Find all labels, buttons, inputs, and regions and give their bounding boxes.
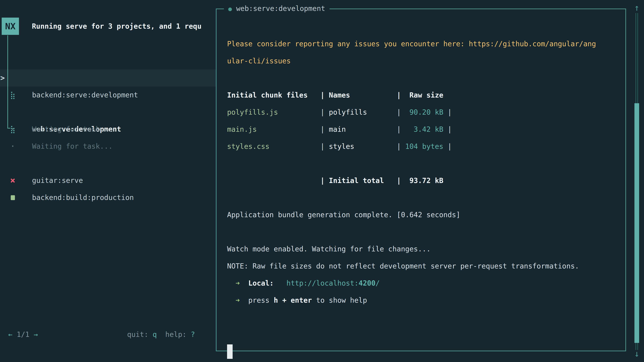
help-key: ? [191, 330, 195, 339]
task-output-panel[interactable]: ●web:serve:development Please consider r… [216, 8, 626, 351]
task-list-pane: NX Running serve for 3 projects, and 1 r… [0, 0, 216, 362]
blank-line [227, 69, 619, 87]
task-row-waiting-1[interactable]: · Waiting for task... [0, 86, 216, 104]
chunk-size: 3.42 kB [405, 121, 444, 138]
task-row-waiting-2[interactable]: · Waiting for task... [0, 104, 216, 121]
watch-mode-message: Watch mode enabled. Watching for file ch… [227, 241, 619, 258]
page-indicator: 1/1 [17, 330, 30, 339]
column-separator: | [397, 172, 405, 189]
quit-label: quit: [127, 330, 148, 339]
notice-line-1: Please consider reporting any issues you… [227, 35, 619, 52]
column-separator: | [320, 121, 329, 138]
blank-line [227, 189, 619, 206]
scrollbar-thumb[interactable] [634, 103, 639, 343]
selected-chevron-icon: > [0, 69, 5, 86]
column-separator: | [320, 104, 329, 121]
next-page-arrow-icon[interactable]: → [34, 330, 38, 339]
column-separator: | [448, 142, 452, 150]
task-row-guitar-serve[interactable]: guitar:serve [0, 138, 216, 155]
table-row: main.js|main|3.42 kB| [227, 121, 619, 138]
blank-line [227, 155, 619, 172]
table-row: polyfills.js|polyfills|90.20 kB| [227, 104, 619, 121]
prev-page-arrow-icon[interactable]: ← [8, 330, 12, 339]
note-message: NOTE: Raw file sizes do not reflect deve… [227, 258, 619, 275]
help-hint-pre: press [248, 296, 274, 304]
output-panel-title: ●web:serve:development [224, 0, 330, 17]
column-header-files: Initial chunk files [227, 87, 320, 104]
help-hint-post: to show help [312, 296, 367, 304]
column-separator: | [448, 125, 452, 133]
table-header-row: Initial chunk files|Names|Raw size [227, 87, 619, 104]
local-url-link[interactable]: http://localhost:4200/ [286, 279, 380, 287]
quit-key: q [152, 330, 157, 339]
scrollbar-down-arrow-icon[interactable]: ↓ [632, 349, 642, 358]
column-separator: | [397, 104, 405, 121]
pager: ← 1/1 → [8, 326, 38, 343]
total-label: Initial total [329, 172, 397, 189]
notice-line-2: ular-cli/issues [227, 52, 619, 69]
column-separator: | [320, 87, 329, 104]
chunk-name: polyfills [329, 104, 397, 121]
column-header-raw-size: Raw size [405, 87, 444, 104]
task-row-web-serve[interactable]: > ⣷ web:serve:development [0, 69, 216, 86]
task-label: backend:build:production [32, 189, 134, 206]
cursor-line [227, 309, 619, 326]
local-label: Local: [248, 279, 274, 287]
column-header-names: Names [329, 87, 397, 104]
column-separator: | [448, 108, 452, 116]
chunk-name: main [329, 121, 397, 138]
help-hint-keys: h + enter [274, 296, 312, 304]
local-url-line: ➜Local:http://localhost:4200/ [227, 275, 619, 292]
terminal-output: Please consider reporting any issues you… [227, 35, 619, 326]
bundle-complete-message: Application bundle generation complete. … [227, 206, 619, 223]
task-row-backend-serve[interactable]: ⣷ backend:serve:development [0, 52, 216, 69]
task-row-backend-build[interactable]: backend:build:production [0, 155, 216, 172]
nx-logo: NX [2, 17, 19, 35]
chunk-file-name: styles.css [227, 138, 320, 155]
task-label: guitar:serve [32, 172, 83, 189]
running-bullet-icon: ● [228, 5, 232, 12]
table-total-row: |Initial total|93.72 kB [227, 172, 619, 189]
column-separator: | [397, 138, 405, 155]
terminal-cursor [227, 345, 232, 359]
keyboard-hints: quit: q help: ? [127, 326, 195, 343]
chunk-name: styles [329, 138, 397, 155]
help-label: help: [165, 330, 186, 339]
task-label: Waiting for task... [32, 121, 112, 138]
column-separator: | [320, 172, 329, 189]
chunk-size: 104 bytes [405, 138, 444, 155]
output-panel-title-text: web:serve:development [236, 4, 325, 12]
table-row: styles.css|styles|104 bytes| [227, 138, 619, 155]
arrow-right-icon: ➜ [236, 275, 240, 292]
square-icon [9, 189, 16, 206]
arrow-right-icon: ➜ [236, 292, 240, 309]
column-separator: | [397, 121, 405, 138]
total-size: 93.72 kB [405, 172, 444, 189]
column-separator: | [397, 87, 405, 104]
chunk-file-name: main.js [227, 121, 320, 138]
help-hint-line: ➜press h + enter to show help [227, 292, 619, 309]
scrollbar-up-arrow-icon[interactable]: ↑ [632, 3, 642, 12]
chunk-size: 90.20 kB [405, 104, 444, 121]
chunk-file-name: polyfills.js [227, 104, 320, 121]
page-title: Running serve for 3 projects, and 1 requ [32, 17, 214, 35]
blank-line [227, 223, 619, 241]
column-separator: | [320, 138, 329, 155]
